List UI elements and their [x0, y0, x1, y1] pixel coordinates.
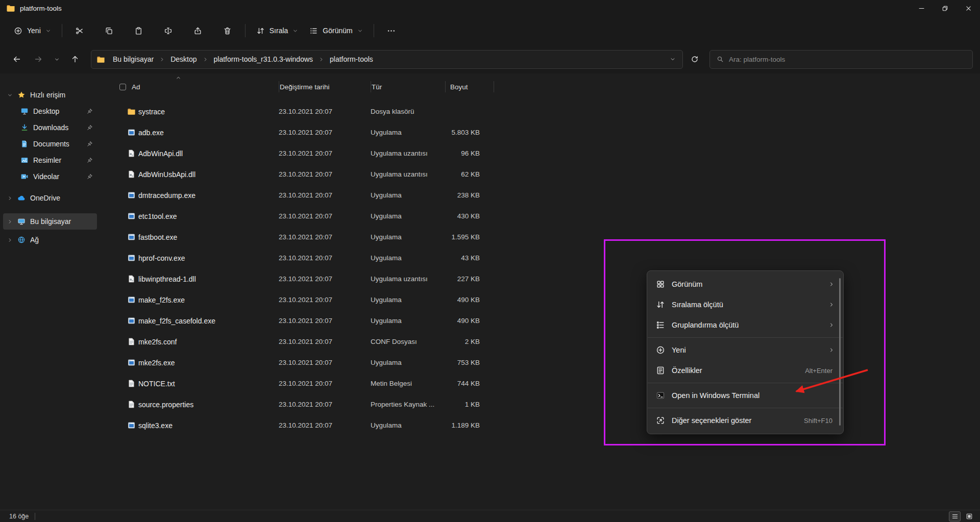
cut-button[interactable]	[67, 21, 92, 40]
rename-button[interactable]	[156, 21, 181, 40]
up-button[interactable]	[65, 50, 85, 68]
file-name: fastboot.exe	[127, 233, 279, 241]
breadcrumb-item-platform-tools-r31-0-3-windows[interactable]: platform-tools_r31.0.3-windows	[210, 53, 317, 65]
app-icon	[127, 421, 136, 430]
refresh-button[interactable]	[685, 50, 704, 68]
menu-item-open-in-windows-terminal[interactable]: Open in Windows Terminal	[650, 385, 841, 406]
file-row-adbwinapi-dll[interactable]: AdbWinApi.dll23.10.2021 20:07Uygulama uz…	[100, 143, 980, 164]
menu-item-ozellikler[interactable]: ÖzelliklerAlt+Enter	[650, 360, 841, 381]
sidebar-item-downloads[interactable]: Downloads	[3, 119, 97, 136]
sidebar-item-resimler[interactable]: Resimler	[3, 152, 97, 168]
file-row-make-f2fs-casefold-exe[interactable]: make_f2fs_casefold.exe23.10.2021 20:07Uy…	[100, 310, 980, 331]
large-icons-view-button[interactable]	[963, 511, 975, 521]
file-row-fastboot-exe[interactable]: fastboot.exe23.10.2021 20:07Uygulama1.59…	[100, 227, 980, 247]
view-button[interactable]: Görünüm	[304, 21, 368, 40]
menu-item-yeni[interactable]: Yeni	[650, 340, 841, 360]
menu-item-label: Open in Windows Terminal	[672, 391, 835, 400]
app-icon	[127, 191, 136, 200]
file-row-etc1tool-exe[interactable]: etc1tool.exe23.10.2021 20:07Uygulama430 …	[100, 206, 980, 227]
large-icons-view-icon	[966, 513, 973, 520]
forward-button[interactable]	[29, 50, 48, 68]
search-box[interactable]	[709, 50, 973, 69]
file-row-adbwinusbapi-dll[interactable]: AdbWinUsbApi.dll23.10.2021 20:07Uygulama…	[100, 164, 980, 185]
file-row-mke2fs-exe[interactable]: mke2fs.exe23.10.2021 20:07Uygulama753 KB	[100, 352, 980, 373]
new-button[interactable]: Yeni	[8, 21, 57, 40]
minimize-button[interactable]	[910, 0, 933, 16]
back-button[interactable]	[7, 50, 27, 68]
column-header-type[interactable]: Tür	[371, 73, 445, 100]
file-row-sqlite3-exe[interactable]: sqlite3.exe23.10.2021 20:07Uygulama1.189…	[100, 415, 980, 436]
pin-icon	[87, 141, 93, 147]
recent-locations-button[interactable]	[50, 50, 63, 68]
sidebar-item-documents[interactable]: Documents	[3, 136, 97, 152]
sidebar-item-ag[interactable]: Ağ	[3, 232, 97, 248]
file-row-notice-txt[interactable]: NOTICE.txt23.10.2021 20:07Metin Belgesi7…	[100, 373, 980, 394]
menu-item-label: Görünüm	[672, 280, 822, 288]
app-icon	[127, 212, 136, 220]
file-row-source-properties[interactable]: source.properties23.10.2021 20:07Propert…	[100, 394, 980, 415]
column-header-size[interactable]: Boyut	[445, 73, 494, 100]
column-header-name[interactable]: Ad	[127, 73, 279, 100]
view-toggles	[949, 511, 975, 521]
file-name: AdbWinUsbApi.dll	[127, 170, 279, 179]
sidebar-item-label: Hızlı erişim	[30, 91, 93, 99]
see-more-button[interactable]	[379, 21, 404, 40]
menu-separator	[648, 408, 843, 408]
close-button[interactable]	[957, 0, 980, 16]
dll-icon	[127, 275, 136, 283]
menu-item-siralama-olcutu[interactable]: Sıralama ölçütü	[650, 294, 841, 315]
file-row-dmtracedump-exe[interactable]: dmtracedump.exe23.10.2021 20:07Uygulama2…	[100, 185, 980, 206]
file-name-label: libwinpthread-1.dll	[138, 275, 196, 283]
pin-icon	[87, 157, 93, 163]
menu-item-gruplandirma-olcutu[interactable]: Gruplandırma ölçütü	[650, 315, 841, 335]
menu-item-gorunum[interactable]: Görünüm	[650, 274, 841, 294]
toolbar-separator	[245, 24, 246, 37]
scissors-icon	[75, 27, 84, 35]
file-row-mke2fs-conf[interactable]: mke2fs.conf23.10.2021 20:07CONF Dosyası2…	[100, 331, 980, 352]
view-button-label: Görünüm	[323, 27, 352, 35]
sidebar-item-desktop[interactable]: Desktop	[3, 103, 97, 119]
rename-icon	[164, 27, 173, 35]
textdoc-icon	[127, 337, 136, 346]
file-name: adb.exe	[127, 128, 279, 137]
restore-button[interactable]	[933, 0, 957, 16]
sidebar-item-onedrive[interactable]: OneDrive	[3, 190, 97, 206]
file-name: mke2fs.conf	[127, 337, 279, 346]
plus-circle-icon	[656, 345, 665, 355]
file-type: Uygulama uzantısı	[371, 170, 445, 178]
menu-item-diger-secenekleri-goster[interactable]: Diğer seçenekleri gösterShift+F10	[650, 410, 841, 431]
tree-root-items: OneDriveBu bilgisayarAğ	[0, 190, 100, 248]
column-header-label: Değiştirme tarihi	[280, 83, 330, 91]
file-name: sqlite3.exe	[127, 421, 279, 430]
breadcrumb-item-desktop[interactable]: Desktop	[166, 53, 201, 65]
chevron-down-icon[interactable]	[7, 92, 13, 98]
address-dropdown-icon[interactable]	[670, 56, 676, 62]
sidebar-item-bu-bilgisayar[interactable]: Bu bilgisayar	[3, 213, 97, 230]
file-row-adb-exe[interactable]: adb.exe23.10.2021 20:07Uygulama5.803 KB	[100, 122, 980, 143]
details-view-button[interactable]	[949, 511, 961, 521]
sidebar-item-videolar[interactable]: Videolar	[3, 168, 97, 185]
file-type: Dosya klasörü	[371, 108, 445, 115]
search-input[interactable]	[729, 56, 966, 63]
file-row-hprof-conv-exe[interactable]: hprof-conv.exe23.10.2021 20:07Uygulama43…	[100, 247, 980, 268]
sidebar-item-quick-access[interactable]: Hızlı erişim	[3, 87, 97, 103]
file-name-label: make_f2fs.exe	[138, 296, 185, 304]
app-icon	[127, 358, 136, 367]
select-all-checkbox[interactable]	[119, 84, 126, 90]
file-row-systrace[interactable]: systrace23.10.2021 20:07Dosya klasörü	[100, 101, 980, 122]
context-menu-scrollbar[interactable]	[839, 278, 841, 426]
share-button[interactable]	[186, 21, 210, 40]
column-header-date[interactable]: Değiştirme tarihi	[279, 73, 371, 100]
breadcrumb-item-platform-tools[interactable]: platform-tools	[326, 53, 377, 65]
delete-button[interactable]	[215, 21, 240, 40]
copy-button[interactable]	[97, 21, 121, 40]
file-row-make-f2fs-exe[interactable]: make_f2fs.exe23.10.2021 20:07Uygulama490…	[100, 289, 980, 310]
sort-button[interactable]: Sırala	[251, 21, 304, 40]
paste-button[interactable]	[127, 21, 151, 40]
file-size: 753 KB	[445, 359, 494, 366]
breadcrumb-item-bu-bilgisayar[interactable]: Bu bilgisayar	[109, 53, 158, 65]
file-size: 227 KB	[445, 275, 494, 283]
address-box[interactable]: Bu bilgisayarDesktopplatform-tools_r31.0…	[91, 50, 683, 69]
document-icon	[20, 140, 29, 148]
file-row-libwinpthread-1-dll[interactable]: libwinpthread-1.dll23.10.2021 20:07Uygul…	[100, 268, 980, 289]
